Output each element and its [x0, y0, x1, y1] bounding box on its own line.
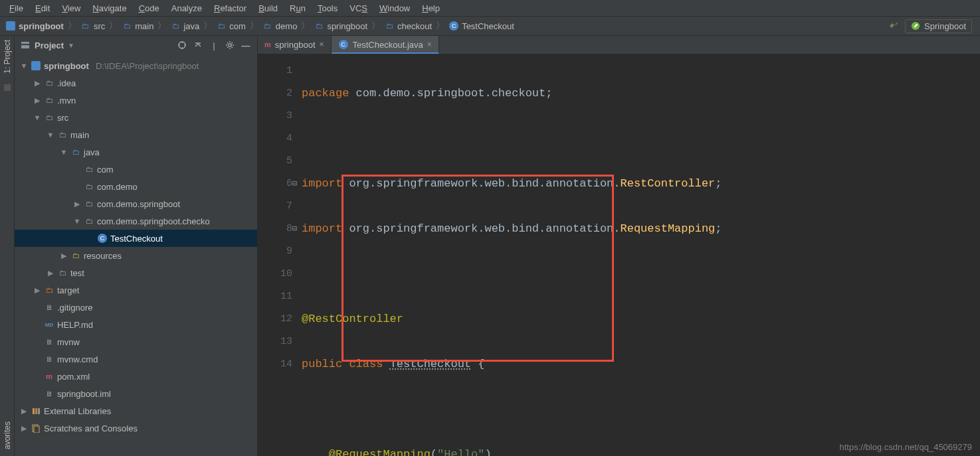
tree-item-gitignore[interactable]: 🗎 .gitignore: [15, 299, 257, 316]
chevron-right-icon: 〉: [66, 20, 78, 32]
build-icon[interactable]: [888, 20, 900, 32]
line-number: 7: [258, 195, 292, 218]
line-number: 2: [258, 82, 292, 105]
crumb-checkout[interactable]: 🗀 checkout: [384, 21, 432, 31]
close-icon[interactable]: ×: [427, 40, 432, 49]
tree-item-com[interactable]: 🗀 com: [15, 161, 257, 178]
crumb-com[interactable]: 🗀 com: [216, 21, 246, 31]
crumb-class[interactable]: C TestCheckout: [448, 21, 514, 31]
package-icon: 🗀: [84, 181, 94, 192]
code-editor[interactable]: package com.demo.springboot.checkout; ⊟i…: [298, 54, 980, 456]
menu-navigate[interactable]: Navigate: [87, 2, 132, 15]
crumb-springboot[interactable]: 🗀 springboot: [314, 21, 367, 31]
folder-icon: 🗀: [44, 95, 54, 106]
chevron-right-icon: ▶: [20, 424, 28, 433]
line-number: 5: [258, 150, 292, 173]
package-icon: 🗀: [84, 198, 94, 209]
tree-item-com-demo[interactable]: 🗀 com.demo: [15, 178, 257, 195]
line-number: 10: [258, 263, 292, 285]
menu-refactor[interactable]: Refactor: [209, 2, 252, 15]
menu-code[interactable]: Code: [134, 2, 165, 15]
fold-marker-icon[interactable]: ⊟: [292, 218, 300, 226]
class-icon: C: [338, 39, 349, 50]
tree-item-resources[interactable]: ▶ 🗀 resources: [15, 247, 257, 264]
editor-body: 1 2 3 4 5 6 7 8 9 10 11 12 13 14: [258, 54, 980, 456]
menu-run[interactable]: Run: [284, 2, 311, 15]
menu-help[interactable]: Help: [417, 2, 445, 15]
folder-icon: 🗀: [57, 129, 68, 140]
project-title[interactable]: Project ▼: [20, 40, 74, 50]
tree-item-com-demo-springboot[interactable]: ▶ 🗀 com.demo.springboot: [15, 195, 257, 212]
expand-all-icon[interactable]: [192, 39, 204, 51]
folder-icon: 🗀: [216, 21, 227, 31]
crumb-java[interactable]: 🗀 java: [170, 21, 199, 31]
tab-label: springboot: [275, 40, 316, 50]
gear-icon[interactable]: [224, 39, 236, 51]
tree-item-mvn[interactable]: ▶ 🗀 .mvn: [15, 92, 257, 109]
maven-icon: m: [264, 40, 271, 48]
chevron-right-icon: 〉: [370, 20, 381, 32]
structure-tool-tab-icon[interactable]: [4, 84, 11, 91]
tree-item-com-demo-springboot-checkout[interactable]: ▼ 🗀 com.demo.springboot.checko: [15, 212, 257, 230]
editor-tab-testcheckout[interactable]: C TestCheckout.java ×: [332, 36, 439, 54]
menu-vcs[interactable]: VCS: [344, 2, 373, 15]
crumb-demo[interactable]: 🗀 demo: [262, 21, 298, 31]
folder-icon: 🗀: [122, 21, 132, 31]
project-tool-window: Project ▼ | — ▼ springboot D:\IDEA\Proje…: [15, 36, 258, 456]
scratches-icon: [31, 423, 41, 433]
run-configuration-selector[interactable]: Springboot: [905, 19, 972, 33]
line-number: 11: [258, 285, 292, 308]
crumb-main[interactable]: 🗀 main: [122, 21, 153, 31]
chevron-right-icon: 〉: [156, 20, 167, 32]
menu-file[interactable]: File: [4, 2, 29, 15]
tree-item-springbootiml[interactable]: 🗎 springboot.iml: [15, 385, 257, 402]
chevron-down-icon: ▼: [73, 217, 81, 225]
menu-tools[interactable]: Tools: [312, 2, 343, 15]
tree-item-main[interactable]: ▼ 🗀 main: [15, 126, 257, 143]
resources-folder-icon: 🗀: [70, 250, 81, 261]
crumb-src[interactable]: 🗀 src: [80, 21, 105, 31]
folder-icon: 🗀: [262, 21, 273, 31]
line-number: 13: [258, 331, 292, 353]
menu-edit[interactable]: Edit: [30, 2, 55, 15]
project-header: Project ▼ | —: [15, 36, 257, 54]
tree-item-helpmd[interactable]: MD HELP.md: [15, 316, 257, 333]
folder-icon: 🗀: [80, 21, 91, 31]
menu-analyze[interactable]: Analyze: [166, 2, 207, 15]
tree-item-idea[interactable]: ▶ 🗀 .idea: [15, 74, 257, 92]
menu-view[interactable]: View: [56, 2, 86, 15]
crumb-root[interactable]: springboot: [5, 21, 64, 31]
tree-item-pomxml[interactable]: m pom.xml: [15, 368, 257, 385]
run-config-label: Springboot: [924, 21, 966, 31]
file-icon: 🗎: [44, 354, 54, 364]
project-tree[interactable]: ▼ springboot D:\IDEA\Project\springboot …: [15, 54, 257, 456]
tree-item-test[interactable]: ▶ 🗀 test: [15, 264, 257, 281]
maven-icon: m: [44, 371, 54, 382]
tree-item-mvnwcmd[interactable]: 🗎 mvnw.cmd: [15, 350, 257, 368]
close-icon[interactable]: ×: [320, 40, 324, 49]
folder-icon: 🗀: [170, 21, 181, 31]
fold-marker-icon[interactable]: ⊟: [292, 173, 300, 181]
menu-build[interactable]: Build: [253, 2, 283, 15]
locate-icon[interactable]: [176, 39, 188, 51]
chevron-right-icon: 〉: [108, 20, 119, 32]
project-tool-tab[interactable]: 1: Project: [1, 36, 13, 78]
class-icon: C: [448, 21, 459, 31]
menu-window[interactable]: Window: [374, 2, 415, 15]
crumb-label: springboot: [19, 21, 64, 31]
tree-scratches[interactable]: ▶ Scratches and Consoles: [15, 419, 257, 437]
tree-root[interactable]: ▼ springboot D:\IDEA\Project\springboot: [15, 57, 257, 74]
editor-tab-springboot[interactable]: m springboot ×: [258, 36, 332, 54]
svg-line-15: [232, 47, 233, 48]
tree-item-src[interactable]: ▼ 🗀 src: [15, 109, 257, 126]
tree-item-testcheckout[interactable]: C TestCheckout: [15, 230, 257, 247]
target-folder-icon: 🗀: [44, 285, 54, 295]
breadcrumb: springboot 〉 🗀 src 〉 🗀 main 〉 🗀 java 〉 🗀…: [5, 20, 886, 32]
tree-item-target[interactable]: ▶ 🗀 target: [15, 281, 257, 299]
crumb-label: springboot: [327, 21, 367, 31]
hide-icon[interactable]: —: [240, 39, 252, 51]
tree-item-mvnw[interactable]: 🗎 mvnw: [15, 333, 257, 350]
tree-item-java[interactable]: ▼ 🗀 java: [15, 143, 257, 161]
tree-external-libraries[interactable]: ▶ External Libraries: [15, 402, 257, 419]
favorites-tool-tab[interactable]: avorites: [1, 418, 13, 453]
